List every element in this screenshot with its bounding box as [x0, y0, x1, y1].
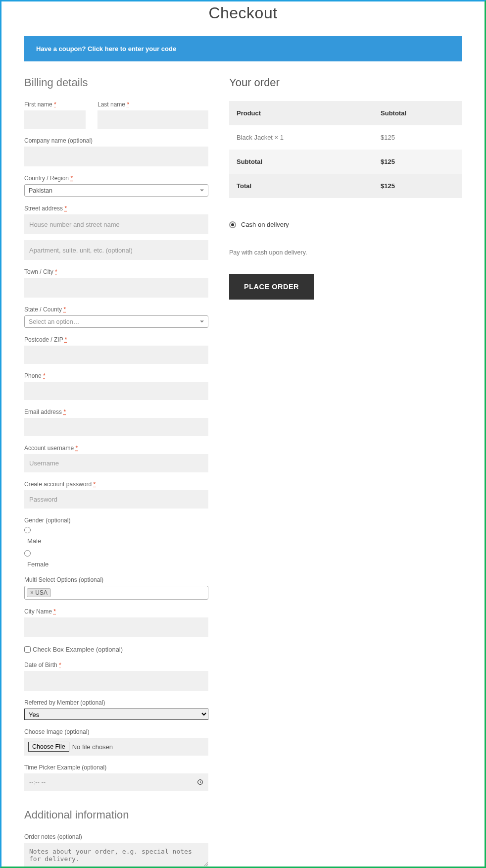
street-label: Street address * [24, 205, 208, 212]
company-label: Company name (optional) [24, 137, 208, 144]
gender-female-radio[interactable] [24, 550, 31, 557]
username-input[interactable] [24, 454, 208, 472]
city-label: Town / City * [24, 268, 208, 275]
billing-heading: Billing details [24, 76, 208, 89]
last-name-label: Last name * [97, 101, 208, 108]
payment-section: Cash on delivery Pay with cash upon deli… [229, 221, 462, 300]
phone-label: Phone * [24, 372, 208, 379]
order-subtotal-value: $125 [381, 150, 462, 174]
example-checkbox-label: Check Box Examplee (optional) [33, 646, 123, 653]
postcode-label: Postcode / ZIP * [24, 336, 208, 343]
password-label: Create account password * [24, 481, 208, 488]
order-total-label: Total [229, 174, 381, 198]
order-item-name: Black Jacket × 1 [229, 125, 381, 150]
radio-icon [229, 221, 236, 228]
postcode-input[interactable] [24, 346, 208, 364]
street-input-2[interactable] [24, 240, 208, 260]
country-label: Country / Region * [24, 175, 208, 182]
payment-description: Pay with cash upon delivery. [229, 249, 462, 256]
order-item-price: $125 [381, 125, 462, 150]
choose-file-button[interactable]: Choose File [28, 742, 69, 752]
first-name-label: First name * [24, 101, 86, 108]
gender-label: Gender (optional) [24, 517, 208, 524]
username-label: Account username * [24, 445, 208, 452]
multi-tag-usa[interactable]: × USA [27, 588, 51, 597]
file-input-row: Choose File No file chosen [24, 738, 208, 756]
city-input[interactable] [24, 278, 208, 298]
company-input[interactable] [24, 147, 208, 166]
gender-male-label: Male [27, 537, 208, 545]
phone-input[interactable] [24, 382, 208, 400]
additional-heading: Additional information [24, 809, 208, 821]
order-total-value: $125 [381, 174, 462, 198]
time-label: Time Picker Example (optional) [24, 764, 208, 771]
order-item-row: Black Jacket × 1 $125 [229, 125, 462, 150]
order-col-subtotal: Subtotal [381, 101, 462, 125]
time-input[interactable]: --:-- -- [24, 773, 208, 791]
file-status: No file chosen [72, 743, 113, 751]
order-notes-label: Order notes (optional) [24, 833, 208, 840]
last-name-input[interactable] [97, 110, 208, 129]
password-input[interactable] [24, 490, 208, 509]
street-input-1[interactable] [24, 214, 208, 234]
page-title: Checkout [24, 4, 462, 22]
dob-label: Date of Birth * [24, 662, 208, 668]
referred-label: Referred by Member (optional) [24, 699, 208, 706]
first-name-input[interactable] [24, 110, 86, 129]
order-col-product: Product [229, 101, 381, 125]
example-checkbox[interactable] [24, 646, 31, 653]
payment-option-cod[interactable]: Cash on delivery [229, 221, 462, 228]
billing-column: Billing details First name * Last name *… [24, 76, 208, 868]
order-heading: Your order [229, 76, 462, 89]
coupon-banner[interactable]: Have a coupon? Click here to enter your … [24, 36, 462, 61]
cityname-input[interactable] [24, 617, 208, 637]
email-label: Email address * [24, 408, 208, 415]
order-table: Product Subtotal Black Jacket × 1 $125 S… [229, 101, 462, 198]
cityname-label: City Name * [24, 608, 208, 615]
state-label: State / County * [24, 306, 208, 313]
state-select[interactable]: Select an option… [24, 315, 208, 328]
order-column: Your order Product Subtotal Black Jacket… [229, 76, 462, 868]
multi-select[interactable]: × USA [24, 586, 208, 600]
referred-select[interactable]: Yes [24, 709, 208, 720]
order-subtotal-label: Subtotal [229, 150, 381, 174]
dob-input[interactable] [24, 671, 208, 691]
gender-male-radio[interactable] [24, 527, 31, 533]
gender-female-label: Female [27, 561, 208, 568]
place-order-button[interactable]: PLACE ORDER [229, 274, 314, 300]
multi-label: Multi Select Options (optional) [24, 576, 208, 583]
time-value: --:-- -- [29, 778, 46, 786]
image-label: Choose Image (optional) [24, 728, 208, 735]
email-input[interactable] [24, 418, 208, 436]
order-notes-textarea[interactable] [24, 843, 208, 867]
payment-option-label: Cash on delivery [241, 221, 289, 228]
clock-icon [197, 779, 203, 785]
country-select[interactable]: Pakistan [24, 184, 208, 197]
